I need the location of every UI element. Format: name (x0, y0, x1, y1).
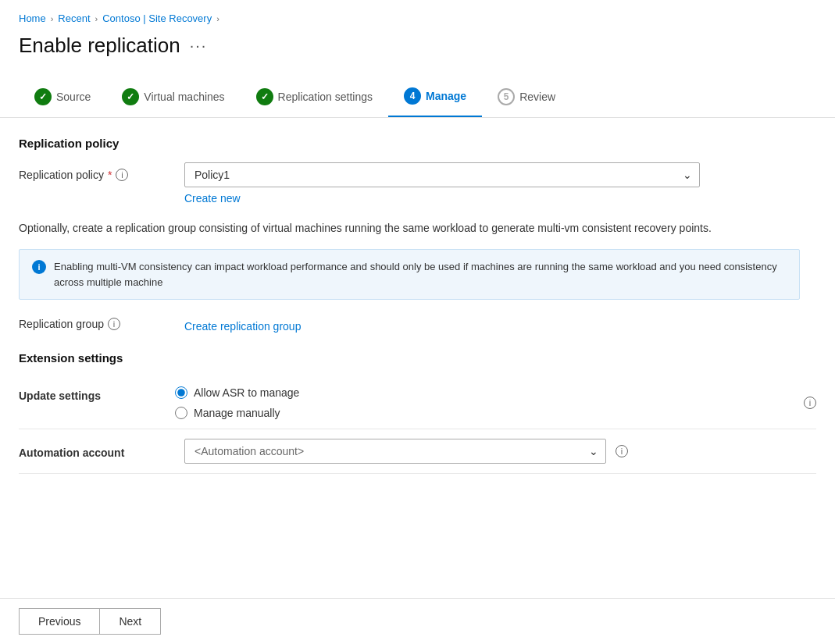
update-settings-radio-group: Allow ASR to manage Manage manually (175, 386, 804, 419)
info-banner-icon: i (32, 260, 46, 274)
radio-manage-manually-input[interactable] (175, 407, 187, 419)
update-settings-label: Update settings (19, 386, 175, 402)
previous-button[interactable]: Previous (19, 608, 99, 635)
step-replication-label: Replication settings (278, 91, 373, 103)
breadcrumb-recent[interactable]: Recent (58, 12, 90, 24)
info-banner-text: Enabling multi-VM consistency can impact… (54, 259, 787, 290)
step-replication-settings[interactable]: Replication settings (241, 80, 388, 116)
automation-account-dropdown-wrapper: <Automation account> ⌄ (184, 439, 606, 464)
breadcrumb-sep-3: › (216, 14, 219, 23)
breadcrumb: Home › Recent › Contoso | Site Recovery … (0, 0, 835, 30)
replication-policy-info-icon[interactable]: i (116, 169, 128, 181)
replication-policy-dropdown-wrapper: Policy1 Policy2 Policy3 ⌄ (184, 162, 700, 187)
replication-policy-dropdown[interactable]: Policy1 Policy2 Policy3 (184, 162, 700, 187)
radio-manage-manually-label: Manage manually (194, 407, 280, 419)
next-button[interactable]: Next (99, 608, 161, 635)
replication-policy-row: Replication policy * i Policy1 Policy2 P… (19, 162, 816, 205)
breadcrumb-home[interactable]: Home (19, 12, 46, 24)
create-replication-group-link[interactable]: Create replication group (184, 320, 301, 333)
step-review-label: Review (519, 91, 555, 103)
info-banner: i Enabling multi-VM consistency can impa… (19, 249, 800, 300)
automation-account-right: <Automation account> ⌄ i (184, 439, 816, 464)
required-indicator: * (108, 169, 112, 181)
step-source[interactable]: Source (19, 80, 106, 116)
step-manage-label: Manage (426, 90, 466, 102)
step-vms-check-icon (122, 88, 139, 105)
step-review-circle: 5 (498, 88, 515, 105)
automation-account-info-icon[interactable]: i (616, 445, 628, 457)
step-manage[interactable]: 4 Manage (388, 80, 482, 117)
page-header: Enable replication ··· (0, 30, 835, 70)
radio-allow-asr-label: Allow ASR to manage (194, 386, 299, 399)
more-options-icon[interactable]: ··· (190, 37, 208, 55)
automation-account-label: Automation account (19, 443, 175, 459)
main-content: Replication policy Replication policy * … (0, 118, 835, 536)
replication-group-row: Replication group i Create replication g… (19, 315, 816, 333)
step-source-label: Source (56, 91, 91, 103)
step-review[interactable]: 5 Review (482, 80, 571, 116)
replication-policy-control: Policy1 Policy2 Policy3 ⌄ Create new (184, 162, 816, 205)
replication-group-info-icon[interactable]: i (108, 318, 120, 330)
replication-group-label: Replication group i (19, 318, 175, 330)
replication-policy-title: Replication policy (19, 137, 816, 150)
step-replication-check-icon (256, 88, 273, 105)
page-title: Enable replication (19, 34, 180, 58)
update-settings-info-icon[interactable]: i (804, 397, 816, 409)
step-vms[interactable]: Virtual machines (106, 80, 240, 116)
radio-allow-asr-input[interactable] (175, 386, 187, 399)
update-settings-right: Allow ASR to manage Manage manually i (175, 386, 816, 419)
update-settings-row: Update settings Allow ASR to manage Mana… (19, 377, 816, 429)
description-text: Optionally, create a replication group c… (19, 220, 769, 237)
create-new-link[interactable]: Create new (184, 192, 241, 205)
radio-manage-manually[interactable]: Manage manually (175, 407, 804, 419)
automation-account-row: Automation account <Automation account> … (19, 429, 816, 474)
breadcrumb-sep-1: › (51, 14, 54, 23)
breadcrumb-sep-2: › (95, 14, 98, 23)
radio-allow-asr[interactable]: Allow ASR to manage (175, 386, 804, 399)
step-source-check-icon (34, 88, 52, 105)
breadcrumb-contoso[interactable]: Contoso | Site Recovery (102, 12, 212, 24)
footer: Previous Next (0, 598, 835, 644)
wizard-steps: Source Virtual machines Replication sett… (0, 70, 835, 118)
automation-account-dropdown[interactable]: <Automation account> (184, 439, 606, 464)
replication-policy-label: Replication policy * i (19, 162, 175, 181)
step-manage-circle: 4 (404, 87, 421, 105)
extension-settings-title: Extension settings (19, 351, 816, 365)
step-vms-label: Virtual machines (144, 91, 224, 103)
